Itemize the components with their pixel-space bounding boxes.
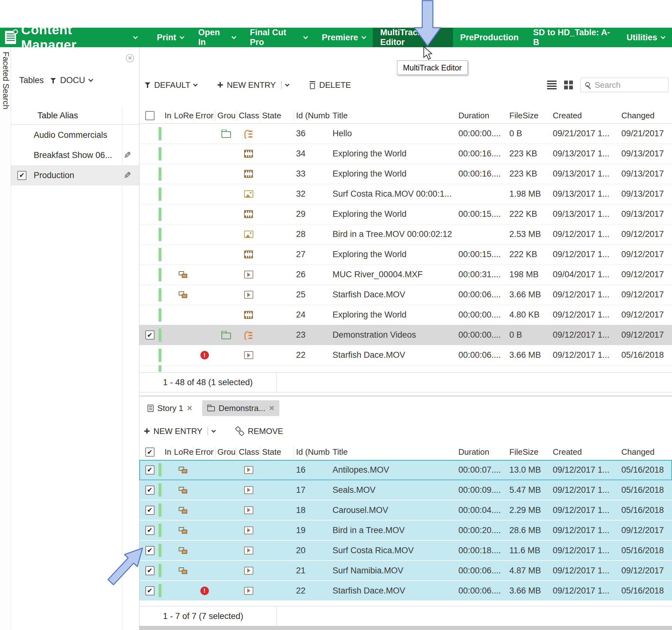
- column-header[interactable]: Title: [331, 447, 456, 458]
- faceted-search-panel[interactable]: Faceted Search: [0, 47, 11, 630]
- chevron-down-icon[interactable]: [133, 34, 138, 39]
- new-entry-button[interactable]: NEW ENTRY: [144, 425, 215, 437]
- table-row[interactable]: 22 Starfish Dace.MOV 00:00:06.... 3.66 M…: [139, 345, 672, 365]
- table-row[interactable]: 22 Starfish Dace.MOV 00:00:06.... 3.66 M…: [139, 581, 672, 601]
- column-header[interactable]: Error: [193, 111, 216, 121]
- column-header[interactable]: Created: [551, 447, 620, 458]
- menu-item[interactable]: Open In: [191, 28, 243, 47]
- table-row[interactable]: 29 Exploring the World 00:00:15.... 222 …: [139, 204, 672, 224]
- column-header[interactable]: Grou: [216, 111, 237, 121]
- top-table-header: In LoRe Error Grou Class State Id (Numb …: [139, 108, 672, 124]
- column-header[interactable]: Duration: [456, 447, 507, 458]
- result-tab[interactable]: Demonstra...: [202, 400, 279, 416]
- column-header[interactable]: Id (Numb: [294, 111, 331, 121]
- table-row[interactable]: 32 Surf Costa Rica.MOV 00:00:1... 1.98 M…: [139, 184, 672, 204]
- table-row[interactable]: 34 Exploring the World 00:00:16.... 223 …: [139, 144, 672, 164]
- select-all-checkbox[interactable]: [145, 111, 154, 120]
- row-checkbox[interactable]: [145, 526, 154, 535]
- duration-cell: 00:00:00....: [456, 330, 507, 340]
- result-tab[interactable]: Story 1: [143, 400, 197, 416]
- new-entry-button[interactable]: NEW ENTRY: [217, 79, 288, 91]
- row-checkbox[interactable]: [145, 546, 154, 555]
- table-row[interactable]: 28 Bird in a Tree.MOV 00:00:02:12 2.53 M…: [139, 224, 672, 244]
- close-icon[interactable]: [126, 54, 134, 62]
- remove-button[interactable]: REMOVE: [235, 426, 283, 436]
- sidebar-table-item[interactable]: Audio Commercials: [11, 125, 139, 145]
- column-header[interactable]: State: [260, 111, 294, 121]
- column-header[interactable]: FileSize: [507, 111, 551, 121]
- column-header[interactable]: FileSize: [507, 447, 551, 458]
- table-row[interactable]: 26 MUC River_00004.MXF 00:00:31.... 198 …: [139, 265, 672, 285]
- filesize-cell: 0 B: [507, 330, 551, 340]
- panel-splitter[interactable]: [139, 395, 672, 397]
- column-header[interactable]: Error: [193, 447, 216, 458]
- table-row[interactable]: 17 Seals.MOV 00:00:09.... 5.47 MB 09/12/…: [139, 480, 672, 500]
- default-filter-button[interactable]: DEFAULT: [144, 80, 197, 90]
- column-header[interactable]: Duration: [456, 111, 507, 121]
- row-checkbox[interactable]: [145, 330, 154, 340]
- close-icon[interactable]: [269, 403, 274, 413]
- tables-filter[interactable]: Tables DOCU: [19, 75, 93, 85]
- table-row[interactable]: 36 Hello 00:00:00.... 0 B 09/21/2017 1..…: [139, 124, 672, 144]
- pen-icon[interactable]: [124, 150, 131, 161]
- column-header[interactable]: In: [163, 447, 172, 458]
- row-checkbox[interactable]: [145, 506, 154, 515]
- in-indicator: [159, 208, 161, 221]
- menu-item[interactable]: Final Cut Pro: [243, 28, 314, 47]
- filmstrip-icon: [244, 150, 253, 158]
- table-alias-header[interactable]: Table Alias: [11, 107, 139, 125]
- column-header[interactable]: Class: [237, 447, 260, 458]
- table-row[interactable]: 24 Exploring the World 00:00:00.... 4.80…: [139, 305, 672, 325]
- filesize-cell: 223 KB: [507, 149, 551, 159]
- column-header[interactable]: LoRe: [172, 447, 193, 458]
- grid-view-icon[interactable]: [564, 80, 573, 89]
- table-row[interactable]: 27 Exploring the World 00:00:15.... 222 …: [139, 244, 672, 265]
- in-indicator: [159, 268, 161, 281]
- search-input[interactable]: [595, 80, 665, 90]
- duration-cell: 00:00:18....: [456, 546, 507, 555]
- select-all-checkbox[interactable]: [145, 447, 154, 457]
- tables-label: Tables: [19, 75, 44, 85]
- table-row[interactable]: 23 Demonstration Videos 00:00:00.... 0 B…: [139, 325, 672, 345]
- pen-icon[interactable]: [124, 170, 131, 181]
- column-header[interactable]: Created: [551, 111, 620, 121]
- row-checkbox[interactable]: [145, 566, 154, 575]
- clip-icon: [244, 291, 253, 299]
- menu-item[interactable]: Utilities: [619, 28, 672, 47]
- table-row[interactable]: 19 Bird in a Tree.MOV 00:00:20.... 28.6 …: [139, 520, 672, 541]
- horizontal-scrollbar[interactable]: [139, 626, 672, 630]
- table-row[interactable]: 18 Carousel.MOV 00:00:04.... 2.29 MB 09/…: [139, 500, 672, 520]
- column-header[interactable]: LoRe: [172, 111, 193, 121]
- menu-item[interactable]: Print: [149, 28, 191, 47]
- menu-item[interactable]: PreProduction: [453, 28, 526, 47]
- sidebar-table-item[interactable]: Breakfast Show 06...: [11, 145, 139, 165]
- tooltip: MultiTrack Editor: [397, 61, 468, 75]
- column-header[interactable]: State: [260, 447, 294, 458]
- delete-button[interactable]: DELETE: [309, 80, 351, 90]
- close-icon[interactable]: [187, 403, 192, 413]
- table-row[interactable]: 20 Surf Costa Rica.MOV 00:00:18.... 11.6…: [139, 541, 672, 561]
- column-header[interactable]: In: [163, 111, 172, 121]
- menu-item[interactable]: Premiere: [315, 28, 373, 47]
- column-header[interactable]: Id (Numb: [294, 447, 331, 458]
- duration-cell: 00:00:09....: [456, 485, 507, 495]
- table-row[interactable]: 33 Exploring the World 00:00:16.... 223 …: [139, 164, 672, 184]
- column-header[interactable]: Class: [237, 111, 260, 121]
- table-checkbox[interactable]: [17, 171, 26, 180]
- column-header[interactable]: Grou: [216, 447, 237, 458]
- list-view-icon[interactable]: [547, 80, 556, 89]
- sidebar-table-item[interactable]: Production: [11, 165, 139, 185]
- menu-item[interactable]: SD to HD_Table: A-B: [526, 28, 620, 47]
- column-header[interactable]: Changed: [620, 447, 672, 458]
- column-header[interactable]: Title: [331, 111, 456, 121]
- menu-item[interactable]: MultiTrack Editor: [373, 28, 453, 47]
- table-row[interactable]: 21 Surf Namibia.MOV 00:00:06.... 4.87 MB…: [139, 561, 672, 581]
- chevron-down-icon: [661, 34, 666, 39]
- table-row[interactable]: 25 Starfish Dace.MOV 00:00:06.... 3.66 M…: [139, 285, 672, 305]
- row-checkbox[interactable]: [145, 486, 154, 495]
- row-checkbox[interactable]: [145, 586, 154, 596]
- column-header[interactable]: Changed: [620, 111, 672, 121]
- table-row[interactable]: 16 Antilopes.MOV 00:00:07.... 13.0 MB 09…: [139, 460, 672, 480]
- table-alias-text: Production: [34, 170, 74, 180]
- row-checkbox[interactable]: [145, 465, 154, 474]
